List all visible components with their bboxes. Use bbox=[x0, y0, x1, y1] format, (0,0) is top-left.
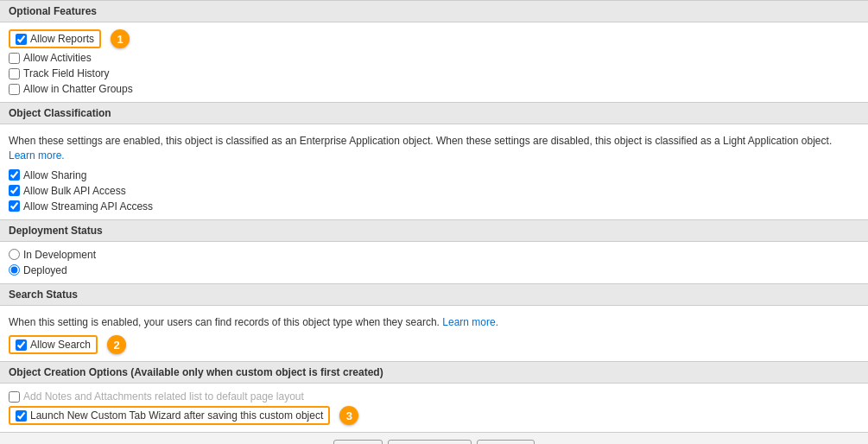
allow-sharing-checkbox[interactable] bbox=[9, 169, 20, 181]
deployment-status-content: In Development Deployed bbox=[0, 242, 868, 283]
in-development-row: In Development bbox=[9, 247, 859, 263]
object-classification-content: When these settings are enabled, this ob… bbox=[0, 124, 868, 219]
deployed-label[interactable]: Deployed bbox=[23, 264, 67, 276]
allow-search-row: Allow Search 2 bbox=[9, 333, 859, 356]
object-classification-section: Object Classification When these setting… bbox=[0, 102, 868, 219]
search-status-content: When this setting is enabled, your users… bbox=[0, 306, 868, 362]
object-creation-content: Add Notes and Attachments related list t… bbox=[0, 384, 868, 432]
in-development-label[interactable]: In Development bbox=[23, 249, 96, 261]
object-classification-description: When these settings are enabled, this ob… bbox=[9, 130, 859, 168]
track-field-history-label[interactable]: Track Field History bbox=[23, 67, 110, 79]
allow-streaming-api-row: Allow Streaming API Access bbox=[9, 199, 859, 214]
cancel-button[interactable]: Cancel bbox=[477, 440, 535, 444]
annotation-badge-2: 2 bbox=[107, 335, 126, 354]
allow-activities-checkbox[interactable] bbox=[9, 53, 20, 64]
deployment-status-header: Deployment Status bbox=[0, 219, 868, 242]
search-status-section: Search Status When this setting is enabl… bbox=[0, 283, 868, 362]
allow-streaming-api-checkbox[interactable] bbox=[9, 200, 20, 212]
deployment-status-section: Deployment Status In Development Deploye… bbox=[0, 219, 868, 283]
page-container: Optional Features Allow Reports 1 Allow … bbox=[0, 0, 868, 444]
object-classification-header: Object Classification bbox=[0, 102, 868, 124]
optional-features-section: Optional Features Allow Reports 1 Allow … bbox=[0, 0, 868, 102]
object-creation-header: Object Creation Options (Available only … bbox=[0, 361, 868, 384]
in-development-radio[interactable] bbox=[9, 249, 20, 260]
allow-search-label[interactable]: Allow Search bbox=[30, 339, 91, 351]
object-classification-learn-more[interactable]: Learn more. bbox=[9, 149, 65, 162]
launch-wizard-outlined: Launch New Custom Tab Wizard after savin… bbox=[9, 406, 330, 425]
add-notes-row: Add Notes and Attachments related list t… bbox=[9, 389, 859, 404]
search-status-header: Search Status bbox=[0, 283, 868, 306]
allow-reports-row: Allow Reports 1 bbox=[9, 28, 859, 50]
allow-search-outlined: Allow Search 2 bbox=[9, 335, 98, 354]
launch-wizard-label[interactable]: Launch New Custom Tab Wizard after savin… bbox=[30, 409, 323, 422]
save-button[interactable]: Save bbox=[333, 440, 383, 444]
annotation-badge-3: 3 bbox=[339, 406, 358, 425]
search-status-learn-more[interactable]: Learn more. bbox=[442, 316, 498, 328]
object-creation-section: Object Creation Options (Available only … bbox=[0, 361, 868, 432]
add-notes-label[interactable]: Add Notes and Attachments related list t… bbox=[23, 390, 304, 403]
optional-features-header: Optional Features bbox=[0, 0, 868, 22]
allow-chatter-groups-checkbox[interactable] bbox=[9, 84, 20, 95]
allow-sharing-label[interactable]: Allow Sharing bbox=[23, 169, 86, 181]
save-new-button[interactable]: Save & New bbox=[388, 440, 471, 444]
track-field-history-checkbox[interactable] bbox=[9, 68, 20, 79]
allow-bulk-api-label[interactable]: Allow Bulk API Access bbox=[23, 185, 126, 197]
allow-bulk-api-row: Allow Bulk API Access bbox=[9, 183, 859, 199]
deployed-row: Deployed bbox=[9, 263, 859, 278]
launch-wizard-row: Launch New Custom Tab Wizard after savin… bbox=[9, 404, 859, 427]
search-status-description: When this setting is enabled, your users… bbox=[9, 311, 859, 334]
allow-streaming-api-label[interactable]: Allow Streaming API Access bbox=[23, 200, 153, 212]
launch-wizard-checkbox[interactable] bbox=[16, 410, 27, 422]
annotation-badge-1: 1 bbox=[111, 29, 130, 48]
footer-bar: Save Save & New Cancel bbox=[0, 432, 868, 444]
allow-activities-label[interactable]: Allow Activities bbox=[23, 52, 92, 64]
track-field-history-row: Track Field History bbox=[9, 66, 859, 81]
allow-search-checkbox[interactable] bbox=[16, 339, 27, 351]
allow-reports-outlined: Allow Reports 1 bbox=[9, 29, 101, 48]
optional-features-content: Allow Reports 1 Allow Activities Track F… bbox=[0, 22, 868, 102]
allow-reports-label[interactable]: Allow Reports bbox=[30, 33, 94, 45]
allow-bulk-api-checkbox[interactable] bbox=[9, 185, 20, 196]
allow-reports-checkbox[interactable] bbox=[16, 34, 27, 45]
allow-activities-row: Allow Activities bbox=[9, 50, 859, 66]
allow-chatter-groups-row: Allow in Chatter Groups bbox=[9, 81, 859, 97]
add-notes-checkbox[interactable] bbox=[9, 391, 20, 403]
allow-chatter-groups-label[interactable]: Allow in Chatter Groups bbox=[23, 83, 133, 95]
deployed-radio[interactable] bbox=[9, 264, 20, 276]
allow-sharing-row: Allow Sharing bbox=[9, 168, 859, 183]
